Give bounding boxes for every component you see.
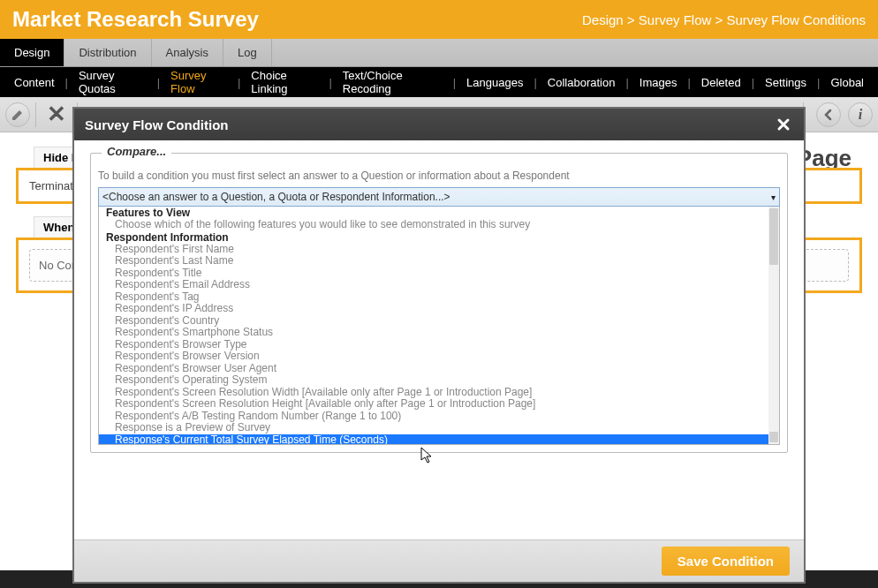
dropdown-option[interactable]: Respondent's First Name [99, 244, 768, 256]
dropdown-scrollbar[interactable] [768, 207, 779, 444]
compare-fieldset: Compare... To build a condition you must… [90, 153, 788, 453]
dropdown-group: Respondent Information [99, 231, 768, 244]
dropdown-option[interactable]: Respondent's Tag [99, 291, 768, 304]
modal-body: Compare... To build a condition you must… [74, 140, 804, 539]
dropdown-option[interactable]: Respondent's Email Address [99, 279, 768, 291]
dropdown-option[interactable]: Response is a Preview of Survey [99, 422, 768, 434]
chevron-down-icon: ▾ [771, 192, 776, 202]
fieldset-legend: Compare... [102, 145, 171, 158]
dropdown-option[interactable]: Respondent's Screen Resolution Height [A… [99, 398, 768, 411]
modal-footer: Save Condition [74, 539, 804, 582]
dropdown-option[interactable]: Respondent's Screen Resolution Width [Av… [99, 387, 768, 399]
dropdown-option[interactable]: Respondent's Country [99, 315, 768, 328]
dropdown-option[interactable]: Respondent's IP Address [99, 303, 768, 315]
dropdown-option[interactable]: Respondent's Browser User Agent [99, 363, 768, 375]
dropdown-option[interactable]: Response's Current Total Survey Elapsed … [99, 434, 768, 446]
fieldset-hint: To build a condition you must first sele… [98, 170, 780, 182]
dropdown-option[interactable]: Respondent's Smartphone Status [99, 327, 768, 339]
dropdown-option[interactable]: Respondent's Last Name [99, 255, 768, 268]
dropdown-option[interactable]: Respondent's Title [99, 268, 768, 280]
condition-source-dropdown: Features to ViewChoose which of the foll… [98, 207, 780, 445]
dropdown-option[interactable]: Choose which of the following features y… [99, 219, 768, 231]
modal-title-bar: Survey Flow Condition [74, 109, 804, 140]
select-placeholder-text: <Choose an answer to a Question, a Quota… [102, 191, 450, 203]
dropdown-option[interactable]: Respondent's A/B Testing Random Number (… [99, 411, 768, 423]
modal-overlay: Survey Flow Condition Compare... To buil… [0, 0, 878, 588]
condition-source-select[interactable]: <Choose an answer to a Question, a Quota… [98, 187, 780, 207]
modal-close-button[interactable] [774, 115, 793, 134]
save-condition-button[interactable]: Save Condition [662, 547, 790, 576]
dropdown-option[interactable]: Respondent's Operating System [99, 374, 768, 387]
dropdown-option[interactable]: Respondent's Browser Type [99, 339, 768, 351]
dropdown-group: Features to View [99, 207, 768, 219]
dropdown-option[interactable]: Respondent's Browser Version [99, 351, 768, 363]
modal-title-text: Survey Flow Condition [85, 117, 229, 132]
survey-flow-condition-modal: Survey Flow Condition Compare... To buil… [74, 109, 804, 582]
